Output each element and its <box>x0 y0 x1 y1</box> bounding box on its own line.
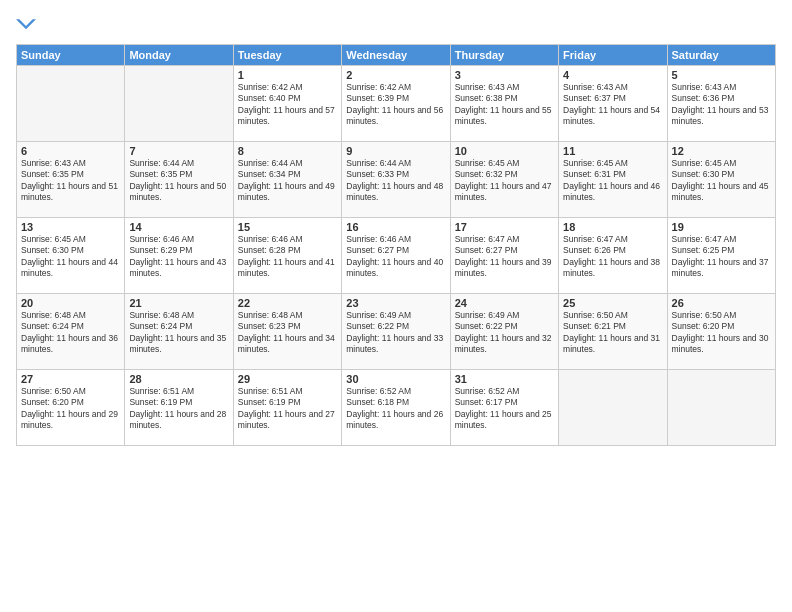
day-cell: 13Sunrise: 6:45 AMSunset: 6:30 PMDayligh… <box>17 218 125 294</box>
day-number: 24 <box>455 297 554 309</box>
day-cell: 22Sunrise: 6:48 AMSunset: 6:23 PMDayligh… <box>233 294 341 370</box>
day-detail: Sunrise: 6:50 AMSunset: 6:21 PMDaylight:… <box>563 310 662 356</box>
week-row-1: 6Sunrise: 6:43 AMSunset: 6:35 PMDaylight… <box>17 142 776 218</box>
day-cell: 4Sunrise: 6:43 AMSunset: 6:37 PMDaylight… <box>559 66 667 142</box>
day-cell: 17Sunrise: 6:47 AMSunset: 6:27 PMDayligh… <box>450 218 558 294</box>
day-cell: 29Sunrise: 6:51 AMSunset: 6:19 PMDayligh… <box>233 370 341 446</box>
day-cell: 5Sunrise: 6:43 AMSunset: 6:36 PMDaylight… <box>667 66 775 142</box>
day-detail: Sunrise: 6:45 AMSunset: 6:30 PMDaylight:… <box>672 158 771 204</box>
day-cell <box>667 370 775 446</box>
day-detail: Sunrise: 6:43 AMSunset: 6:36 PMDaylight:… <box>672 82 771 128</box>
day-number: 4 <box>563 69 662 81</box>
day-detail: Sunrise: 6:45 AMSunset: 6:31 PMDaylight:… <box>563 158 662 204</box>
day-detail: Sunrise: 6:52 AMSunset: 6:18 PMDaylight:… <box>346 386 445 432</box>
day-cell: 9Sunrise: 6:44 AMSunset: 6:33 PMDaylight… <box>342 142 450 218</box>
day-detail: Sunrise: 6:43 AMSunset: 6:35 PMDaylight:… <box>21 158 120 204</box>
day-number: 25 <box>563 297 662 309</box>
day-number: 28 <box>129 373 228 385</box>
day-number: 13 <box>21 221 120 233</box>
day-detail: Sunrise: 6:47 AMSunset: 6:27 PMDaylight:… <box>455 234 554 280</box>
logo-icon <box>16 16 36 36</box>
day-detail: Sunrise: 6:46 AMSunset: 6:27 PMDaylight:… <box>346 234 445 280</box>
day-detail: Sunrise: 6:45 AMSunset: 6:30 PMDaylight:… <box>21 234 120 280</box>
day-detail: Sunrise: 6:44 AMSunset: 6:34 PMDaylight:… <box>238 158 337 204</box>
day-detail: Sunrise: 6:46 AMSunset: 6:29 PMDaylight:… <box>129 234 228 280</box>
day-number: 10 <box>455 145 554 157</box>
day-number: 26 <box>672 297 771 309</box>
day-cell: 1Sunrise: 6:42 AMSunset: 6:40 PMDaylight… <box>233 66 341 142</box>
day-cell: 2Sunrise: 6:42 AMSunset: 6:39 PMDaylight… <box>342 66 450 142</box>
day-number: 18 <box>563 221 662 233</box>
week-row-3: 20Sunrise: 6:48 AMSunset: 6:24 PMDayligh… <box>17 294 776 370</box>
day-cell: 30Sunrise: 6:52 AMSunset: 6:18 PMDayligh… <box>342 370 450 446</box>
logo <box>16 16 40 36</box>
day-detail: Sunrise: 6:48 AMSunset: 6:24 PMDaylight:… <box>21 310 120 356</box>
day-cell <box>17 66 125 142</box>
header-row: SundayMondayTuesdayWednesdayThursdayFrid… <box>17 45 776 66</box>
day-detail: Sunrise: 6:45 AMSunset: 6:32 PMDaylight:… <box>455 158 554 204</box>
day-number: 8 <box>238 145 337 157</box>
day-cell: 19Sunrise: 6:47 AMSunset: 6:25 PMDayligh… <box>667 218 775 294</box>
week-row-0: 1Sunrise: 6:42 AMSunset: 6:40 PMDaylight… <box>17 66 776 142</box>
day-number: 2 <box>346 69 445 81</box>
day-number: 29 <box>238 373 337 385</box>
day-header-saturday: Saturday <box>667 45 775 66</box>
day-detail: Sunrise: 6:51 AMSunset: 6:19 PMDaylight:… <box>129 386 228 432</box>
day-number: 12 <box>672 145 771 157</box>
day-header-monday: Monday <box>125 45 233 66</box>
day-cell: 8Sunrise: 6:44 AMSunset: 6:34 PMDaylight… <box>233 142 341 218</box>
day-detail: Sunrise: 6:43 AMSunset: 6:38 PMDaylight:… <box>455 82 554 128</box>
calendar-header <box>16 16 776 36</box>
day-cell: 11Sunrise: 6:45 AMSunset: 6:31 PMDayligh… <box>559 142 667 218</box>
day-cell: 25Sunrise: 6:50 AMSunset: 6:21 PMDayligh… <box>559 294 667 370</box>
day-number: 1 <box>238 69 337 81</box>
day-detail: Sunrise: 6:42 AMSunset: 6:40 PMDaylight:… <box>238 82 337 128</box>
calendar-container: SundayMondayTuesdayWednesdayThursdayFrid… <box>0 0 792 612</box>
day-number: 30 <box>346 373 445 385</box>
day-detail: Sunrise: 6:47 AMSunset: 6:25 PMDaylight:… <box>672 234 771 280</box>
day-cell <box>125 66 233 142</box>
day-detail: Sunrise: 6:47 AMSunset: 6:26 PMDaylight:… <box>563 234 662 280</box>
day-cell: 10Sunrise: 6:45 AMSunset: 6:32 PMDayligh… <box>450 142 558 218</box>
day-number: 22 <box>238 297 337 309</box>
week-row-2: 13Sunrise: 6:45 AMSunset: 6:30 PMDayligh… <box>17 218 776 294</box>
day-detail: Sunrise: 6:48 AMSunset: 6:23 PMDaylight:… <box>238 310 337 356</box>
day-cell: 26Sunrise: 6:50 AMSunset: 6:20 PMDayligh… <box>667 294 775 370</box>
day-detail: Sunrise: 6:49 AMSunset: 6:22 PMDaylight:… <box>346 310 445 356</box>
day-cell: 16Sunrise: 6:46 AMSunset: 6:27 PMDayligh… <box>342 218 450 294</box>
day-cell: 6Sunrise: 6:43 AMSunset: 6:35 PMDaylight… <box>17 142 125 218</box>
day-number: 3 <box>455 69 554 81</box>
day-detail: Sunrise: 6:46 AMSunset: 6:28 PMDaylight:… <box>238 234 337 280</box>
day-header-thursday: Thursday <box>450 45 558 66</box>
day-detail: Sunrise: 6:48 AMSunset: 6:24 PMDaylight:… <box>129 310 228 356</box>
day-detail: Sunrise: 6:42 AMSunset: 6:39 PMDaylight:… <box>346 82 445 128</box>
calendar-table: SundayMondayTuesdayWednesdayThursdayFrid… <box>16 44 776 446</box>
day-detail: Sunrise: 6:44 AMSunset: 6:33 PMDaylight:… <box>346 158 445 204</box>
day-number: 11 <box>563 145 662 157</box>
day-detail: Sunrise: 6:51 AMSunset: 6:19 PMDaylight:… <box>238 386 337 432</box>
day-number: 16 <box>346 221 445 233</box>
day-number: 9 <box>346 145 445 157</box>
day-detail: Sunrise: 6:50 AMSunset: 6:20 PMDaylight:… <box>672 310 771 356</box>
day-number: 23 <box>346 297 445 309</box>
day-detail: Sunrise: 6:44 AMSunset: 6:35 PMDaylight:… <box>129 158 228 204</box>
day-cell: 12Sunrise: 6:45 AMSunset: 6:30 PMDayligh… <box>667 142 775 218</box>
day-header-wednesday: Wednesday <box>342 45 450 66</box>
day-cell: 27Sunrise: 6:50 AMSunset: 6:20 PMDayligh… <box>17 370 125 446</box>
day-detail: Sunrise: 6:50 AMSunset: 6:20 PMDaylight:… <box>21 386 120 432</box>
day-cell: 18Sunrise: 6:47 AMSunset: 6:26 PMDayligh… <box>559 218 667 294</box>
day-detail: Sunrise: 6:52 AMSunset: 6:17 PMDaylight:… <box>455 386 554 432</box>
day-number: 14 <box>129 221 228 233</box>
day-number: 21 <box>129 297 228 309</box>
day-cell: 7Sunrise: 6:44 AMSunset: 6:35 PMDaylight… <box>125 142 233 218</box>
day-number: 17 <box>455 221 554 233</box>
day-number: 7 <box>129 145 228 157</box>
day-cell: 23Sunrise: 6:49 AMSunset: 6:22 PMDayligh… <box>342 294 450 370</box>
day-number: 6 <box>21 145 120 157</box>
day-detail: Sunrise: 6:43 AMSunset: 6:37 PMDaylight:… <box>563 82 662 128</box>
day-cell: 28Sunrise: 6:51 AMSunset: 6:19 PMDayligh… <box>125 370 233 446</box>
day-header-tuesday: Tuesday <box>233 45 341 66</box>
day-number: 20 <box>21 297 120 309</box>
day-number: 15 <box>238 221 337 233</box>
svg-marker-0 <box>16 19 36 29</box>
